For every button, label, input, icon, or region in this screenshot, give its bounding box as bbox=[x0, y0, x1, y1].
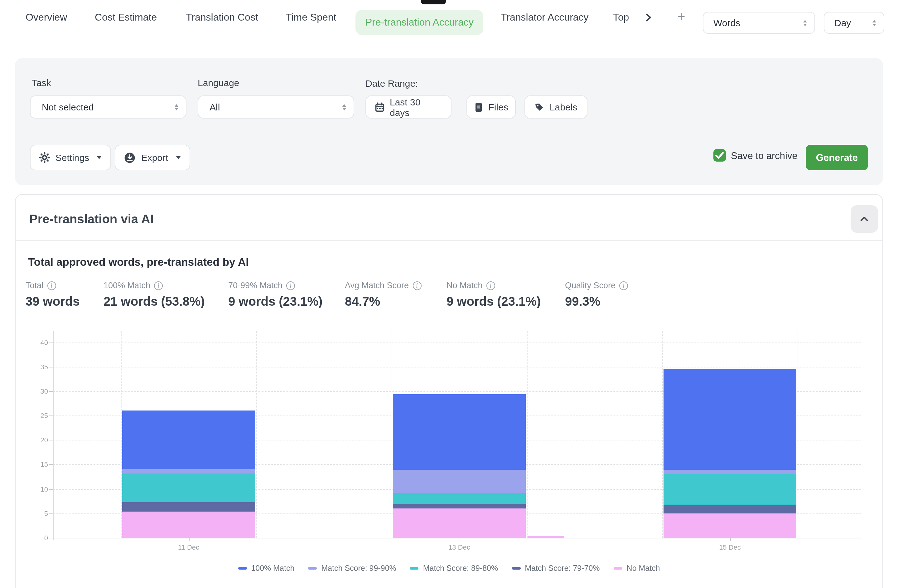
calendar-icon bbox=[375, 102, 385, 112]
files-button-label: Files bbox=[488, 102, 508, 112]
task-select-value: Not selected bbox=[42, 102, 94, 112]
period-select-value: Day bbox=[834, 17, 851, 28]
y-tick-label: 40 bbox=[27, 339, 48, 346]
select-arrows-icon bbox=[175, 104, 178, 110]
y-tick-mark bbox=[49, 367, 53, 368]
bar-segment[interactable] bbox=[393, 394, 526, 470]
settings-button[interactable]: Settings bbox=[30, 145, 111, 170]
bar-segment[interactable] bbox=[393, 493, 526, 504]
period-select[interactable]: Day bbox=[824, 12, 884, 34]
bar-segment[interactable] bbox=[393, 504, 526, 508]
legend-swatch bbox=[614, 567, 622, 570]
settings-button-label: Settings bbox=[55, 152, 89, 163]
tab-pre-translation-accuracy[interactable]: Pre-translation Accuracy bbox=[355, 10, 484, 35]
y-tick-label: 10 bbox=[27, 485, 48, 493]
tab-time-spent[interactable]: Time Spent bbox=[286, 0, 336, 35]
caret-down-icon bbox=[97, 156, 101, 159]
y-tick-label: 0 bbox=[27, 534, 48, 542]
legend-swatch bbox=[512, 567, 520, 570]
files-button[interactable]: Files bbox=[466, 95, 516, 119]
x-axis-line bbox=[53, 538, 861, 539]
gear-icon bbox=[39, 152, 50, 163]
checkmark-icon bbox=[713, 149, 726, 162]
tab-overview[interactable]: Overview bbox=[26, 0, 67, 35]
y-tick-mark bbox=[49, 489, 53, 489]
y-tick-mark bbox=[49, 513, 53, 514]
y-tick-mark bbox=[49, 342, 53, 343]
labels-button-label: Labels bbox=[550, 102, 577, 112]
tab-cost-estimate[interactable]: Cost Estimate bbox=[95, 0, 157, 35]
export-button[interactable]: Export bbox=[115, 145, 190, 170]
vertical-gridline bbox=[256, 331, 257, 538]
y-tick-mark bbox=[49, 538, 53, 539]
tab-translator-accuracy[interactable]: Translator Accuracy bbox=[501, 0, 589, 35]
report-tabs-bar: Overview Cost Estimate Translation Cost … bbox=[0, 0, 898, 35]
select-arrows-icon bbox=[342, 104, 346, 110]
bar-segment[interactable] bbox=[122, 410, 255, 469]
legend-swatch bbox=[308, 567, 317, 570]
pre-translation-report-card: Pre-translation via AI Total approved wo… bbox=[15, 194, 883, 588]
legend-swatch bbox=[238, 567, 247, 570]
horizontal-gridline bbox=[53, 342, 861, 343]
language-select-value: All bbox=[209, 102, 220, 112]
y-tick-mark bbox=[49, 440, 53, 441]
tag-icon bbox=[535, 102, 545, 112]
export-button-label: Export bbox=[141, 152, 168, 163]
tab-translation-cost[interactable]: Translation Cost bbox=[186, 0, 258, 35]
legend-item[interactable]: Match Score: 99-90% bbox=[308, 564, 396, 573]
bar-segment[interactable] bbox=[122, 502, 255, 512]
horizontal-gridline bbox=[53, 367, 861, 368]
language-label: Language bbox=[198, 77, 240, 88]
task-select[interactable]: Not selected bbox=[30, 95, 186, 119]
generate-button[interactable]: Generate bbox=[806, 145, 868, 170]
chart-legend: 100% MatchMatch Score: 99-90%Match Score… bbox=[15, 564, 883, 573]
legend-label: No Match bbox=[627, 564, 660, 573]
x-tick-label: 11 Dec bbox=[164, 543, 214, 551]
bar-segment[interactable] bbox=[664, 470, 797, 474]
bar-segment[interactable] bbox=[393, 508, 526, 538]
y-tick-label: 15 bbox=[27, 461, 48, 468]
bar-segment[interactable] bbox=[664, 505, 797, 513]
bar-segment[interactable] bbox=[122, 469, 255, 474]
x-tick-label: 13 Dec bbox=[434, 543, 484, 551]
language-select[interactable]: All bbox=[198, 95, 354, 119]
date-range-button[interactable]: Last 30 days bbox=[366, 95, 452, 119]
legend-label: Match Score: 89-80% bbox=[423, 564, 498, 573]
legend-item[interactable]: Match Score: 89-80% bbox=[410, 564, 498, 573]
save-to-archive-label[interactable]: Save to archive bbox=[731, 150, 798, 162]
bar-segment[interactable] bbox=[122, 512, 255, 538]
add-tab-button[interactable]: + bbox=[677, 0, 685, 35]
legend-item[interactable]: 100% Match bbox=[238, 564, 294, 573]
stacked-bar-chart: 051015202530354011 Dec13 Dec15 Dec bbox=[15, 195, 883, 588]
select-arrows-icon bbox=[872, 20, 876, 26]
chevron-right-icon[interactable] bbox=[644, 13, 653, 22]
app-window: Overview Cost Estimate Translation Cost … bbox=[0, 0, 898, 588]
screen-notch-bar bbox=[421, 0, 446, 5]
labels-button[interactable]: Labels bbox=[524, 95, 587, 119]
vertical-gridline bbox=[527, 331, 527, 538]
y-tick-label: 20 bbox=[27, 436, 48, 444]
vertical-gridline bbox=[662, 331, 663, 538]
tab-top-truncated[interactable]: Top bbox=[613, 0, 646, 35]
vertical-gridline bbox=[392, 331, 392, 538]
y-tick-label: 25 bbox=[27, 412, 48, 419]
bar-segment[interactable] bbox=[393, 470, 526, 493]
y-tick-label: 30 bbox=[27, 388, 48, 395]
bar-segment[interactable] bbox=[664, 474, 797, 505]
x-tick-mark bbox=[730, 538, 730, 541]
download-circle-icon bbox=[125, 152, 135, 163]
vertical-gridline bbox=[121, 331, 121, 538]
legend-item[interactable]: Match Score: 79-70% bbox=[512, 564, 600, 573]
legend-label: Match Score: 79-70% bbox=[525, 564, 600, 573]
task-label: Task bbox=[32, 77, 51, 88]
bar-segment[interactable] bbox=[122, 474, 255, 502]
y-tick-label: 35 bbox=[27, 363, 48, 371]
bar-segment[interactable] bbox=[664, 513, 797, 538]
legend-item[interactable]: No Match bbox=[614, 564, 660, 573]
unit-select[interactable]: Words bbox=[703, 12, 815, 34]
x-tick-mark bbox=[189, 538, 189, 541]
save-to-archive-checkbox[interactable] bbox=[713, 149, 726, 162]
bar-segment[interactable] bbox=[527, 536, 564, 538]
bar-segment[interactable] bbox=[664, 369, 797, 470]
y-tick-mark bbox=[49, 391, 53, 392]
